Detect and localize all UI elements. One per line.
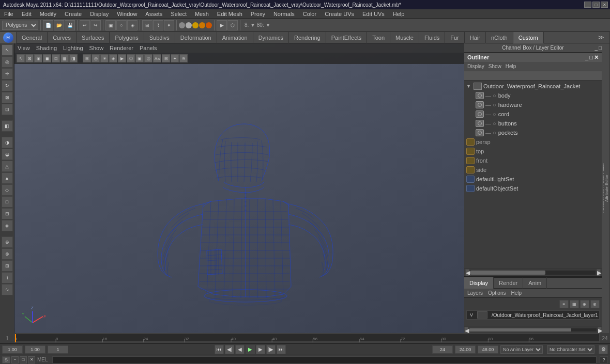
attribute-editor-side-label[interactable]: Attribute Editor <box>604 43 610 333</box>
menu-select[interactable]: Select <box>169 11 189 17</box>
tab-painteffects[interactable]: PaintEffects <box>326 32 368 43</box>
layers-menu[interactable]: Layers <box>467 290 483 296</box>
character-set-dropdown[interactable]: No Character Set <box>547 345 594 354</box>
layers-scroll-left[interactable]: ◀ <box>464 327 468 333</box>
create-poly-button[interactable]: △ <box>2 161 13 172</box>
btm-tab-render[interactable]: Render <box>494 277 523 289</box>
vp-crease-icon[interactable]: ≋ <box>179 54 188 62</box>
vp-aa-icon[interactable]: Aa <box>153 54 161 62</box>
scale-tool-button[interactable]: ⊠ <box>2 92 13 103</box>
split-poly-button[interactable]: ◇ <box>2 184 13 196</box>
tree-item-body[interactable]: — ○ body <box>464 91 602 100</box>
vp-xray-icon[interactable]: ✦ <box>171 54 179 62</box>
range-end-input[interactable] <box>478 345 498 354</box>
max-script-button[interactable]: □ <box>20 356 27 363</box>
layer-row[interactable]: V /Outdoor_Waterproof_Raincoat_Jacket_la… <box>466 310 600 320</box>
vp-shadow-icon[interactable]: ◨ <box>69 54 78 62</box>
min-script-button[interactable]: − <box>11 356 19 363</box>
shading-menu[interactable]: Shading <box>36 45 57 51</box>
outliner-show-menu[interactable]: Show <box>489 64 501 69</box>
vp-wireframe-icon[interactable]: ⊠ <box>25 54 34 62</box>
tree-item-root[interactable]: ▼ Outdoor_Waterproof_Raincoat_Jacket <box>464 82 602 91</box>
layers-scroll-right[interactable]: ▶ <box>598 327 602 333</box>
bridge-button[interactable]: ⊟ <box>2 208 13 219</box>
anim-layer-dropdown[interactable]: No Anim Layer <box>500 345 543 354</box>
tree-item-side[interactable]: side <box>464 165 602 175</box>
curve3d-button[interactable]: ⌇ <box>2 272 13 283</box>
layer-color-swatch[interactable] <box>477 311 487 319</box>
surface-button[interactable]: ⊗ <box>2 248 13 260</box>
outliner-minimize-button[interactable]: _ <box>585 54 588 61</box>
next-key-button[interactable]: |▶ <box>266 345 276 354</box>
mode-dropdown[interactable]: Polygons <box>2 21 38 30</box>
outliner-scroll-track[interactable] <box>470 271 596 275</box>
select-tool-button[interactable]: ↖ <box>2 44 13 56</box>
tree-item-cord[interactable]: — ○ cord <box>464 109 602 119</box>
paint-button[interactable]: ◈ <box>127 20 138 30</box>
go-end-button[interactable]: ⏭ <box>277 345 286 354</box>
layers-scroll-bar[interactable]: ◀ ▶ <box>464 326 602 333</box>
vp-select-icon[interactable]: ↖ <box>17 54 25 62</box>
prev-key-button[interactable]: ◀| <box>225 345 234 354</box>
paint-select-button[interactable]: ◎ <box>2 56 13 68</box>
extrude-button[interactable]: □ <box>2 196 13 208</box>
prev-frame-button[interactable]: ◀ <box>235 345 245 354</box>
redo-button[interactable]: ↪ <box>90 20 101 30</box>
new-button[interactable]: 📄 <box>43 20 53 30</box>
timeline-track[interactable]: 1 8 16 24 32 40 48 56 64 72 80 <box>14 334 600 343</box>
tree-item-top[interactable]: top <box>464 147 602 156</box>
help-menu[interactable]: Help <box>511 290 522 296</box>
menu-modify[interactable]: Modify <box>38 11 58 17</box>
sculpt-button[interactable]: ◒ <box>2 149 13 160</box>
vp-tex-icon[interactable]: ▦ <box>60 54 69 62</box>
close-button[interactable]: ✕ <box>601 2 608 8</box>
color-dot-2[interactable] <box>186 22 192 28</box>
vp-cam-icon[interactable]: ◎ <box>91 54 100 62</box>
tab-muscle[interactable]: Muscle <box>390 32 419 43</box>
tab-custom[interactable]: Custom <box>513 32 544 43</box>
tree-item-pockets[interactable]: — ○ pockets <box>464 128 602 137</box>
outliner-display-menu[interactable]: Display <box>467 64 484 69</box>
tab-polygons[interactable]: Polygons <box>110 32 144 43</box>
menu-file[interactable]: File <box>2 11 16 17</box>
panels-menu[interactable]: Panels <box>140 45 157 51</box>
menu-edit-mesh[interactable]: Edit Mesh <box>215 11 245 17</box>
color-dot-4[interactable] <box>199 22 205 28</box>
undo-button[interactable]: ↩ <box>80 20 90 30</box>
tree-item-defaultobjectset[interactable]: defaultObjectSet <box>464 184 602 193</box>
renderer-menu[interactable]: Renderer <box>110 45 133 51</box>
outliner-scroll-bar[interactable]: ◀ ▶ <box>464 268 602 276</box>
vp-bound-icon[interactable]: ⊡ <box>52 54 60 62</box>
btm-tab-display[interactable]: Display <box>464 277 494 289</box>
end-frame-input[interactable] <box>432 345 453 354</box>
select-mode-button[interactable]: ▣ <box>105 20 116 30</box>
menu-assets[interactable]: Assets <box>143 11 164 17</box>
tab-subdivs[interactable]: Subdivs <box>144 32 175 43</box>
append-poly-button[interactable]: ▲ <box>2 172 13 184</box>
menu-mesh[interactable]: Mesh <box>193 11 211 17</box>
btm-tab-anim[interactable]: Anim <box>523 277 547 289</box>
frame-input[interactable] <box>48 345 68 354</box>
maximize-button[interactable]: □ <box>592 2 600 8</box>
tab-general[interactable]: General <box>17 32 48 43</box>
script-icon[interactable]: S <box>2 356 10 363</box>
soft-mod-button[interactable]: ◑ <box>2 137 13 148</box>
show-manipulator-button[interactable]: ◧ <box>2 120 13 132</box>
vp-grid-icon[interactable]: ⊞ <box>83 54 91 62</box>
save-button[interactable]: 💾 <box>65 20 75 30</box>
vp-render-icon[interactable]: ⬡ <box>127 54 135 62</box>
current-time-input[interactable] <box>2 345 23 354</box>
start-time-input[interactable] <box>25 345 45 354</box>
render-view-button[interactable]: ▶ <box>217 20 227 30</box>
tab-expand-button[interactable]: ≫ <box>593 32 610 43</box>
next-frame-button[interactable]: ▶ <box>256 345 265 354</box>
vp-anim-icon[interactable]: ▶ <box>118 54 126 62</box>
playback-options-button[interactable]: ⚙ <box>599 345 608 354</box>
menu-color[interactable]: Color <box>301 11 318 17</box>
tree-item-buttons[interactable]: — ○ buttons <box>464 119 602 128</box>
tree-item-front[interactable]: front <box>464 156 602 165</box>
go-start-button[interactable]: ⏮ <box>215 345 224 354</box>
vp-show-icon[interactable]: ◈ <box>109 54 117 62</box>
move-tool-button[interactable]: ✛ <box>2 68 13 80</box>
tab-fur[interactable]: Fur <box>445 32 465 43</box>
